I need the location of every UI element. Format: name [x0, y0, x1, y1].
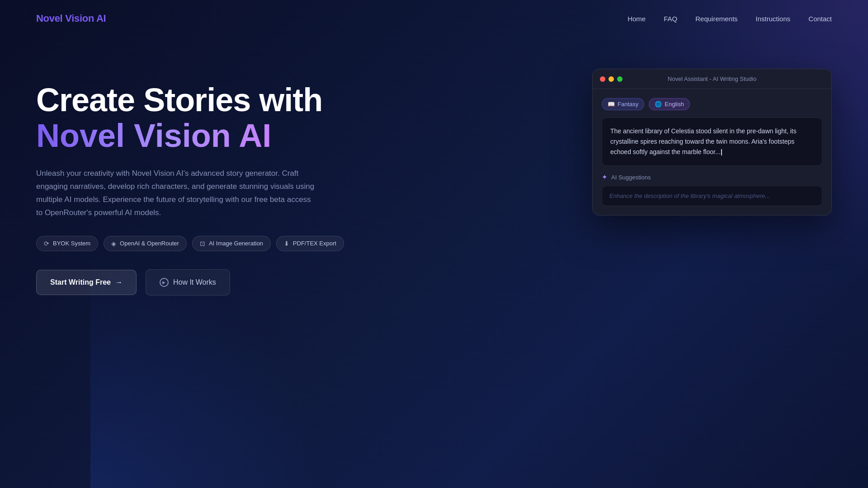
badge-byok-label: BYOK System: [53, 240, 90, 247]
badge-openai: ◈ OpenAI & OpenRouter: [104, 236, 187, 251]
nav-requirements[interactable]: Requirements: [695, 15, 737, 23]
image-icon: ⊡: [200, 240, 205, 247]
nav-home[interactable]: Home: [627, 15, 646, 23]
dot-red: [600, 76, 605, 82]
byok-icon: ⟳: [44, 240, 49, 247]
nav-instructions[interactable]: Instructions: [756, 15, 791, 23]
badge-pdf: ⬇ PDF/TEX Export: [276, 236, 344, 251]
tag-fantasy: 📖 Fantasy: [602, 98, 644, 110]
hero-section: Create Stories with Novel Vision AI Unle…: [0, 37, 868, 296]
how-it-works-label: How It Works: [173, 278, 216, 286]
suggestion-placeholder-text: Enhance the description of the library's…: [609, 192, 815, 199]
cta-buttons: Start Writing Free ▶ How It Works: [36, 269, 344, 296]
fantasy-label: Fantasy: [618, 101, 638, 108]
suggestion-box[interactable]: Enhance the description of the library's…: [602, 186, 822, 206]
badge-pdf-label: PDF/TEX Export: [293, 240, 336, 247]
hero-description: Unleash your creativity with Novel Visio…: [36, 167, 316, 220]
fantasy-icon: 📖: [608, 101, 615, 108]
play-circle-icon: ▶: [160, 278, 169, 287]
window-body: 📖 Fantasy 🌐 English The ancient library …: [593, 89, 831, 215]
nav-contact[interactable]: Contact: [808, 15, 832, 23]
start-writing-button[interactable]: Start Writing Free: [36, 270, 137, 295]
ai-suggestions-header: ✦ AI Suggestions: [602, 173, 822, 181]
dot-green: [617, 76, 623, 82]
header: Novel Vision AI Home FAQ Requirements In…: [0, 0, 868, 37]
start-writing-label: Start Writing Free: [50, 278, 111, 286]
badge-image: ⊡ AI Image Generation: [192, 236, 271, 251]
feature-badges: ⟳ BYOK System ◈ OpenAI & OpenRouter ⊡ AI…: [36, 236, 344, 251]
arrow-right-icon: [115, 278, 123, 286]
window-title: Novel Assistant - AI Writing Studio: [668, 75, 756, 82]
app-window: Novel Assistant - AI Writing Studio 📖 Fa…: [592, 69, 832, 216]
story-text: The ancient library of Celestia stood si…: [610, 126, 814, 157]
globe-icon: 🌐: [655, 101, 662, 108]
dot-yellow: [609, 76, 614, 82]
window-dots: [600, 76, 623, 82]
window-titlebar: Novel Assistant - AI Writing Studio: [593, 69, 831, 89]
window-tags: 📖 Fantasy 🌐 English: [602, 98, 822, 110]
ai-sparkle-icon: ✦: [602, 173, 608, 181]
pdf-icon: ⬇: [284, 240, 289, 247]
ai-suggestions-label-text: AI Suggestions: [611, 174, 651, 181]
nav-faq[interactable]: FAQ: [664, 15, 677, 23]
story-content: The ancient library of Celestia stood si…: [610, 127, 797, 155]
openai-icon: ◈: [111, 240, 116, 247]
hero-title-line2: Novel Vision AI: [36, 118, 344, 154]
tag-english: 🌐 English: [649, 98, 690, 110]
hero-title-line1: Create Stories with: [36, 82, 344, 118]
text-cursor: [721, 149, 722, 155]
badge-byok: ⟳ BYOK System: [36, 236, 98, 251]
english-label: English: [665, 101, 684, 108]
badge-openai-label: OpenAI & OpenRouter: [120, 240, 179, 247]
logo: Novel Vision AI: [36, 13, 106, 24]
story-box[interactable]: The ancient library of Celestia stood si…: [602, 117, 822, 166]
hero-left: Create Stories with Novel Vision AI Unle…: [36, 64, 344, 296]
badge-image-label: AI Image Generation: [209, 240, 263, 247]
how-it-works-button[interactable]: ▶ How It Works: [146, 269, 230, 296]
navigation: Home FAQ Requirements Instructions Conta…: [627, 15, 832, 23]
